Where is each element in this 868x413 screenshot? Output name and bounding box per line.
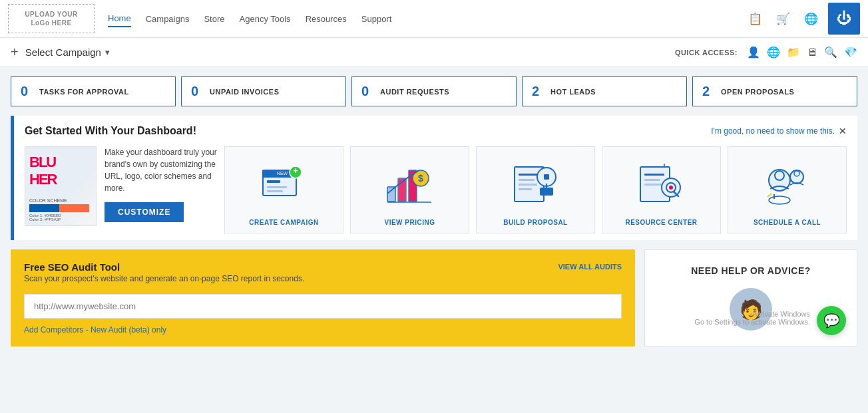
build-proposal-icon xyxy=(482,154,589,213)
color-scheme-label: COLOR SCHEME xyxy=(29,198,67,203)
svg-rect-18 xyxy=(519,179,535,181)
add-competitors-link[interactable]: Add Competitors - New Audit (beta) only xyxy=(24,325,166,335)
svg-line-38 xyxy=(767,194,771,197)
svg-rect-24 xyxy=(540,188,553,196)
create-campaign-icon: + NEW xyxy=(230,154,337,213)
quick-access-globe-icon[interactable]: 🌐 xyxy=(767,46,780,59)
seo-subtitle: Scan your prospect's website and generat… xyxy=(24,274,304,283)
gs-brand-description: Make your dashboard truly your brand's o… xyxy=(105,146,218,194)
help-panel: NEED HELP OR ADVICE? 🧑 Activate Windows … xyxy=(644,249,857,346)
view-pricing-icon: $ xyxy=(356,154,463,213)
stats-bar: 0 TASKS FOR APPROVAL 0 UNPAID INVOICES 0… xyxy=(0,67,868,116)
cart-icon[interactable]: 🛒 xyxy=(772,8,793,29)
nav-link-campaigns[interactable]: Campaigns xyxy=(146,11,190,27)
quick-access-search-icon[interactable]: 🔍 xyxy=(824,46,837,59)
svg-rect-22 xyxy=(544,174,549,180)
action-card-build-proposal[interactable]: BUILD PROPOSAL xyxy=(476,146,595,233)
svg-rect-1 xyxy=(59,204,89,212)
svg-point-36 xyxy=(790,170,803,184)
add-campaign-icon[interactable]: + xyxy=(11,45,19,60)
close-icon[interactable]: ✕ xyxy=(839,126,847,136)
gs-cards: BLUHER COLOR SCHEME Color 1: #045EB0 Col… xyxy=(25,146,847,233)
svg-text:$: $ xyxy=(418,173,423,184)
stat-leads-label: HOT LEADS xyxy=(550,88,596,96)
stat-unpaid[interactable]: 0 UNPAID INVOICES xyxy=(181,76,346,106)
seo-title: Free SEO Audit Tool xyxy=(24,261,304,273)
svg-rect-4 xyxy=(267,180,280,183)
nav-links: Home Campaigns Store Agency Tools Resour… xyxy=(108,11,744,27)
globe-icon[interactable]: 🌐 xyxy=(800,8,821,29)
stat-tasks-label: TASKS FOR APPROVAL xyxy=(39,88,129,96)
chevron-down-icon: ▾ xyxy=(105,47,110,57)
gs-title: Get Started With Your Dashboard! xyxy=(25,125,196,137)
stat-leads[interactable]: 2 HOT LEADS xyxy=(522,76,687,106)
action-card-resource-center[interactable]: RESOURCE CENTER xyxy=(602,146,721,233)
nav-link-support[interactable]: Support xyxy=(361,11,392,27)
svg-rect-17 xyxy=(519,174,539,176)
svg-rect-26 xyxy=(644,174,664,176)
chat-bubble-button[interactable]: 💬 xyxy=(817,306,846,335)
gs-brand-image: BLUHER COLOR SCHEME Color 1: #045EB0 Col… xyxy=(25,146,97,226)
seo-title-group: Free SEO Audit Tool Scan your prospect's… xyxy=(24,261,304,283)
action-card-view-pricing-label: VIEW PRICING xyxy=(384,219,435,226)
svg-rect-0 xyxy=(29,204,59,212)
nav-link-agency-tools[interactable]: Agency Tools xyxy=(240,11,291,27)
gs-dismiss-text: I'm good, no need to show me this. xyxy=(711,126,835,136)
svg-rect-10 xyxy=(387,187,395,202)
stat-unpaid-label: UNPAID INVOICES xyxy=(210,88,279,96)
svg-rect-5 xyxy=(267,186,287,188)
activate-line1: Activate Windows xyxy=(694,310,810,318)
svg-text:NEW: NEW xyxy=(276,171,288,176)
view-all-audits-link[interactable]: VIEW ALL AUDITS xyxy=(558,263,622,271)
book-icon[interactable]: 📋 xyxy=(744,8,765,29)
svg-point-32 xyxy=(669,186,673,190)
quick-access-label: QUICK ACCESS: xyxy=(675,49,738,57)
resource-center-icon xyxy=(608,154,715,213)
bottom-section: Free SEO Audit Tool Scan your prospect's… xyxy=(0,249,868,357)
stat-unpaid-num: 0 xyxy=(191,84,203,99)
seo-header: Free SEO Audit Tool Scan your prospect's… xyxy=(24,261,622,283)
gs-action-cards: + NEW CREATE CAMPAIGN $ xyxy=(224,146,847,233)
stat-tasks[interactable]: 0 TASKS FOR APPROVAL xyxy=(11,76,176,106)
svg-rect-19 xyxy=(519,184,537,186)
gs-brand-text: Make your dashboard truly your brand's o… xyxy=(105,146,218,222)
nav-link-store[interactable]: Store xyxy=(204,11,224,27)
customize-button[interactable]: CUSTOMIZE xyxy=(105,202,184,222)
seo-audit-panel: Free SEO Audit Tool Scan your prospect's… xyxy=(11,249,635,346)
gs-header: Get Started With Your Dashboard! I'm goo… xyxy=(25,125,847,137)
stat-proposals[interactable]: 2 OPEN PROPOSALS xyxy=(692,76,857,106)
stat-audit[interactable]: 0 AUDIT REQUESTS xyxy=(351,76,517,106)
svg-text:+: + xyxy=(293,166,298,176)
gs-brand-card: BLUHER COLOR SCHEME Color 1: #045EB0 Col… xyxy=(25,146,218,233)
action-card-resource-center-label: RESOURCE CENTER xyxy=(625,219,697,226)
schedule-call-icon xyxy=(734,154,841,213)
svg-rect-28 xyxy=(644,184,663,186)
action-card-build-proposal-label: BUILD PROPOSAL xyxy=(503,219,567,226)
stat-audit-label: AUDIT REQUESTS xyxy=(380,88,449,96)
quick-access-diamond-icon[interactable]: 💎 xyxy=(844,46,857,59)
svg-rect-20 xyxy=(519,188,532,190)
campaign-bar: + Select Campaign ▾ QUICK ACCESS: 👤 🌐 📁 … xyxy=(0,38,868,67)
top-nav: UPLOAD YOUR LoGo HERE Home Campaigns Sto… xyxy=(0,0,868,38)
action-card-create-campaign[interactable]: + NEW CREATE CAMPAIGN xyxy=(224,146,343,233)
nav-link-resources[interactable]: Resources xyxy=(306,11,347,27)
quick-access-file-icon[interactable]: 📁 xyxy=(787,46,800,59)
power-button[interactable]: ⏻ xyxy=(828,3,860,35)
action-card-view-pricing[interactable]: $ VIEW PRICING xyxy=(350,146,469,233)
color2-label: Color 2: #FF5A3F xyxy=(29,217,61,221)
quick-access-person-icon[interactable]: 👤 xyxy=(747,46,760,59)
nav-link-home[interactable]: Home xyxy=(108,11,131,27)
svg-point-40 xyxy=(769,196,790,204)
action-card-schedule-call-label: SCHEDULE A CALL xyxy=(754,219,821,226)
action-card-schedule-call[interactable]: SCHEDULE A CALL xyxy=(728,146,847,233)
nav-icons: 📋 🛒 🌐 ⏻ xyxy=(744,3,860,35)
seo-url-input[interactable] xyxy=(24,294,622,319)
color-swatch xyxy=(29,204,89,212)
logo-box[interactable]: UPLOAD YOUR LoGo HERE xyxy=(8,4,95,33)
quick-access-monitor-icon[interactable]: 🖥 xyxy=(807,47,817,59)
gs-dismiss-button[interactable]: I'm good, no need to show me this. ✕ xyxy=(711,126,847,136)
help-title: NEED HELP OR ADVICE? xyxy=(691,265,811,276)
action-card-create-campaign-label: CREATE CAMPAIGN xyxy=(249,219,318,226)
activate-line2: Go to Settings to activate Windows. xyxy=(694,318,810,326)
select-campaign-dropdown[interactable]: Select Campaign ▾ xyxy=(25,47,110,58)
